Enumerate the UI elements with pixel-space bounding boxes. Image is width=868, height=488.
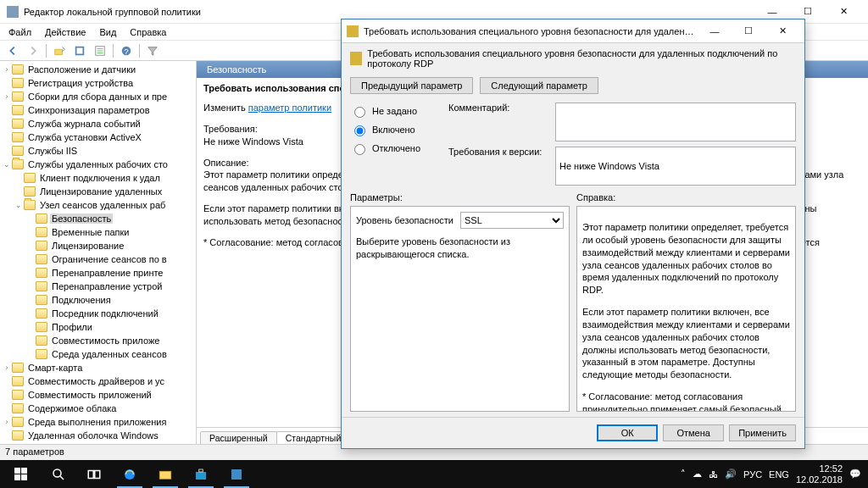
radio-enabled[interactable]: Включено xyxy=(350,123,445,136)
forward-button[interactable] xyxy=(24,42,42,59)
tree-item[interactable]: Совместимость драйверов и ус xyxy=(2,374,196,388)
tree-item[interactable]: ›Сборки для сбора данных и пре xyxy=(2,90,196,103)
dialog-maximize-button[interactable]: ☐ xyxy=(732,20,765,42)
taskbar-ie[interactable] xyxy=(112,460,147,488)
start-button[interactable] xyxy=(0,460,41,488)
tray-clock[interactable]: 12:52 12.02.2018 xyxy=(796,463,843,484)
dialog-titlebar[interactable]: Требовать использования специального уро… xyxy=(342,19,804,43)
svg-rect-15 xyxy=(196,472,206,480)
param-hint: Выберите уровень безопасности из раскрыв… xyxy=(356,236,564,261)
svg-rect-14 xyxy=(159,471,171,479)
radio-notconfigured[interactable]: Не задано xyxy=(350,104,445,118)
tree-item[interactable]: Ограничение сеансов по в xyxy=(25,252,196,266)
help-button[interactable]: ? xyxy=(117,42,136,59)
app-icon xyxy=(7,6,19,18)
param-name: Уровень безопасности xyxy=(356,214,453,227)
tree-item[interactable]: Клиент подключения к удал xyxy=(14,171,196,185)
dialog-close-button[interactable]: ✕ xyxy=(765,20,799,42)
tray-chevron-up-icon[interactable]: ˄ xyxy=(681,469,686,480)
next-setting-button[interactable]: Следующий параметр xyxy=(480,77,598,94)
tray-network-icon[interactable]: 🖧 xyxy=(709,469,718,480)
tree-item[interactable]: Служба установки ActiveX xyxy=(2,130,196,144)
tree-item[interactable]: Перенаправление устрой xyxy=(25,280,196,293)
policy-dialog: Требовать использования специального уро… xyxy=(341,19,805,449)
tree-item[interactable]: Безопасность xyxy=(25,212,196,225)
svg-rect-17 xyxy=(231,469,242,480)
tree-item[interactable]: Содержимое облака xyxy=(2,402,196,415)
tree-item[interactable]: Посредник подключений xyxy=(25,307,196,320)
svg-rect-16 xyxy=(199,469,203,472)
help-box[interactable]: Этот параметр политики определяет, требу… xyxy=(576,206,796,412)
back-button[interactable] xyxy=(3,42,22,59)
policy-tree[interactable]: ›Расположение и датчикиРегистрация устро… xyxy=(0,61,197,444)
tree-item[interactable]: Регистрация устройства xyxy=(2,76,196,90)
edit-policy-link[interactable]: параметр политики xyxy=(248,103,331,113)
taskbar-explorer[interactable] xyxy=(147,460,183,488)
menu-file[interactable]: Файл xyxy=(3,25,36,39)
menu-help[interactable]: Справка xyxy=(125,25,171,39)
comment-textarea[interactable] xyxy=(555,103,796,141)
tray-notifications-icon[interactable]: 💬 xyxy=(849,469,861,480)
properties-button[interactable] xyxy=(91,42,109,59)
policy-icon xyxy=(350,52,362,65)
tree-item[interactable]: Службы IIS xyxy=(2,144,196,158)
system-tray[interactable]: ˄ ☁ 🖧 🔊 РУС ENG 12:52 12.02.2018 💬 xyxy=(674,460,868,488)
requirements-label: Требования к версии: xyxy=(448,147,550,186)
show-hide-button[interactable] xyxy=(70,42,89,59)
tray-volume-icon[interactable]: 🔊 xyxy=(725,469,737,480)
tray-keyboard[interactable]: РУС xyxy=(743,469,762,480)
search-button[interactable] xyxy=(41,460,76,488)
prev-setting-button[interactable]: Предыдущий параметр xyxy=(350,77,473,94)
tray-onedrive-icon[interactable]: ☁ xyxy=(693,469,702,480)
tray-language[interactable]: ENG xyxy=(769,469,789,480)
tree-item[interactable]: ›Среда выполнения приложения xyxy=(2,415,196,429)
tree-item[interactable]: Совместимость приложе xyxy=(25,334,196,347)
radio-disabled[interactable]: Отключено xyxy=(350,141,445,155)
comment-label: Комментарий: xyxy=(448,103,550,141)
tree-item[interactable]: Лицензирование удаленных xyxy=(14,185,196,198)
dialog-minimize-button[interactable]: — xyxy=(698,20,732,42)
close-button[interactable]: ✕ xyxy=(826,0,861,24)
tree-item[interactable]: Синхронизация параметров xyxy=(2,103,196,117)
tree-item[interactable]: Служба журнала событий xyxy=(2,117,196,130)
taskbar: ˄ ☁ 🖧 🔊 РУС ENG 12:52 12.02.2018 💬 xyxy=(0,460,868,488)
taskbar-gpedit[interactable] xyxy=(219,460,254,488)
help-header: Справка: xyxy=(576,189,796,206)
svg-rect-12 xyxy=(95,470,100,478)
dialog-title: Требовать использования специального уро… xyxy=(364,26,698,36)
requirements-field xyxy=(555,147,796,186)
ok-button[interactable]: ОК xyxy=(597,424,658,441)
menu-action[interactable]: Действие xyxy=(40,25,91,39)
svg-text:?: ? xyxy=(124,46,128,55)
security-level-select[interactable]: SSL xyxy=(460,212,564,229)
up-button[interactable] xyxy=(50,42,69,59)
dialog-subtitle: Требовать использования специального уро… xyxy=(367,48,796,69)
svg-rect-11 xyxy=(88,470,93,478)
tree-item[interactable]: Совместимость приложений xyxy=(2,388,196,402)
svg-rect-2 xyxy=(77,47,83,53)
tree-item[interactable]: Временные папки xyxy=(25,225,196,239)
cancel-button[interactable]: Отмена xyxy=(663,424,724,441)
taskbar-store[interactable] xyxy=(183,460,219,488)
menu-view[interactable]: Вид xyxy=(94,25,121,39)
tree-item[interactable]: ›Смарт-карта xyxy=(2,361,196,374)
taskview-button[interactable] xyxy=(76,460,112,488)
tree-item[interactable]: Подключения xyxy=(25,293,196,307)
apply-button[interactable]: Применить xyxy=(729,424,796,441)
tree-item[interactable]: ⌄Службы удаленных рабочих сто xyxy=(2,158,196,171)
tab-extended[interactable]: Расширенный xyxy=(200,431,277,444)
dialog-icon xyxy=(347,25,359,37)
tree-item[interactable]: ›Расположение и датчики xyxy=(2,63,196,76)
tree-item[interactable]: Среда удаленных сеансов xyxy=(25,347,196,361)
window-title: Редактор локальной групповой политики xyxy=(24,7,754,17)
tree-item[interactable]: ⌄Узел сеансов удаленных раб xyxy=(14,198,196,212)
filter-button[interactable] xyxy=(143,42,162,59)
tree-item[interactable]: Лицензирование xyxy=(25,239,196,252)
tree-item[interactable]: Перенаправление принте xyxy=(25,266,196,280)
svg-rect-0 xyxy=(55,49,63,54)
params-header: Параметры: xyxy=(350,189,570,206)
svg-point-9 xyxy=(53,469,61,477)
tab-standard[interactable]: Стандартный xyxy=(276,431,351,444)
tree-item[interactable]: Профили xyxy=(25,320,196,334)
tree-item[interactable]: Удаленная оболочка Windows xyxy=(2,429,196,442)
